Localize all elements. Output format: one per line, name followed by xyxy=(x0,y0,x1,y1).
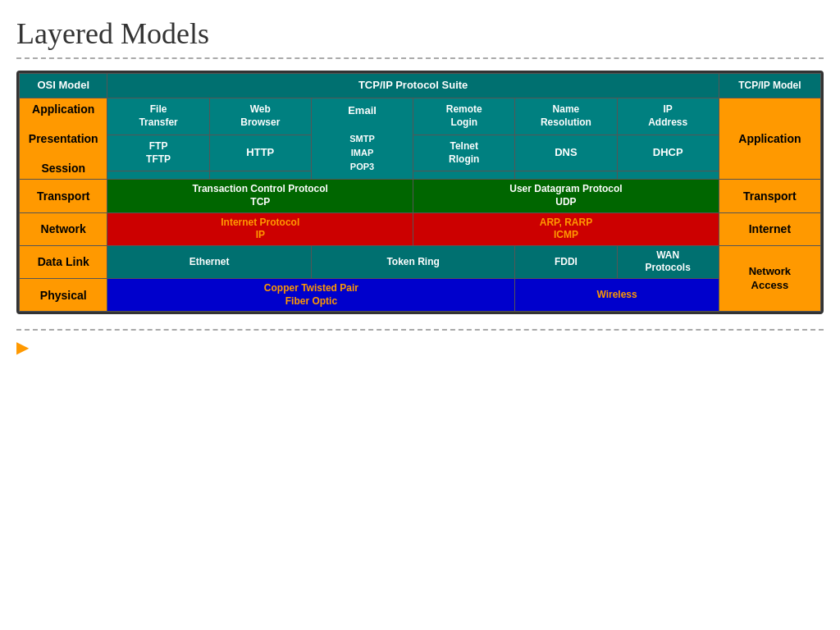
protocol-empty5 xyxy=(617,171,719,180)
protocol-dns: DNS xyxy=(515,135,617,171)
protocol-http: HTTP xyxy=(209,135,311,171)
osi-datalink-label: Data Link xyxy=(20,245,107,278)
bottom-divider xyxy=(16,329,824,331)
tcpip-network-access-label: NetworkAccess xyxy=(719,245,820,311)
header-protocol-suite: TCP/IP Protocol Suite xyxy=(107,74,719,98)
header-tcpip-model: TCP/IP Model xyxy=(719,74,820,98)
network-row: Network Internet ProtocolIP ARP, RARPICM… xyxy=(20,212,821,245)
protocol-name-resolution-label: NameResolution xyxy=(515,98,617,135)
osi-session-label: Session xyxy=(22,161,104,176)
osi-network-label: Network xyxy=(20,212,107,245)
title-divider xyxy=(16,57,824,59)
layered-models-table: OSI Model TCP/IP Protocol Suite TCP/IP M… xyxy=(16,71,824,314)
protocol-web-browser-label: WebBrowser xyxy=(209,98,311,135)
page-title: Layered Models xyxy=(16,16,824,51)
tcpip-transport-label: Transport xyxy=(719,180,820,212)
pres-row: FTPTFTP HTTP TelnetRlogin DNS DHCP xyxy=(20,135,821,171)
protocol-email-label: EmailSMTPIMAPPOP3 xyxy=(311,98,413,180)
protocol-arp-rarp: ARP, RARPICMP xyxy=(413,212,719,245)
protocol-telnet-rlogin: TelnetRlogin xyxy=(413,135,515,171)
protocol-wan: WANProtocols xyxy=(617,245,719,278)
tcpip-application-label: Application xyxy=(719,98,820,180)
protocol-file-transfer-label: FileTransfer xyxy=(107,98,209,135)
protocol-ip-address-label: IPAddress xyxy=(617,98,719,135)
datalink-row: Data Link Ethernet Token Ring FDDI WANPr… xyxy=(20,245,821,278)
protocol-tcp: Transaction Control ProtocolTCP xyxy=(107,180,413,212)
protocol-wireless: Wireless xyxy=(515,279,719,312)
osi-application-label: Application xyxy=(22,102,104,116)
physical-row: Physical Copper Twisted PairFiber Optic … xyxy=(20,279,821,312)
osi-transport-label: Transport xyxy=(20,180,107,212)
osi-app-pres-session: Application Presentation Session xyxy=(20,98,107,180)
protocol-fddi: FDDI xyxy=(515,245,617,278)
osi-physical-label: Physical xyxy=(20,279,107,312)
transport-row: Transport Transaction Control ProtocolTC… xyxy=(20,180,821,212)
header-osi: OSI Model xyxy=(20,74,107,98)
protocol-copper-fiber: Copper Twisted PairFiber Optic xyxy=(107,279,515,312)
app-row: Application Presentation Session FileTra… xyxy=(20,98,821,135)
session-row xyxy=(20,171,821,180)
protocol-empty2 xyxy=(209,171,311,180)
protocol-token-ring: Token Ring xyxy=(311,245,514,278)
tcpip-internet-label: Internet xyxy=(719,212,820,245)
table-header-row: OSI Model TCP/IP Protocol Suite TCP/IP M… xyxy=(20,74,821,98)
protocol-empty1 xyxy=(107,171,209,180)
osi-presentation-label: Presentation xyxy=(22,131,104,146)
protocol-ethernet: Ethernet xyxy=(107,245,311,278)
protocol-empty3 xyxy=(413,171,515,180)
protocol-ftp-tftp: FTPTFTP xyxy=(107,135,209,171)
protocol-ip: Internet ProtocolIP xyxy=(107,212,413,245)
protocol-dhcp: DHCP xyxy=(617,135,719,171)
protocol-udp: User Datagram ProtocolUDP xyxy=(413,180,719,212)
arrow-icon: ▶ xyxy=(16,337,29,357)
protocol-remote-login-label: RemoteLogin xyxy=(413,98,515,135)
page: Layered Models OSI Model TCP/IP Protocol… xyxy=(0,0,840,365)
protocol-empty4 xyxy=(515,171,617,180)
